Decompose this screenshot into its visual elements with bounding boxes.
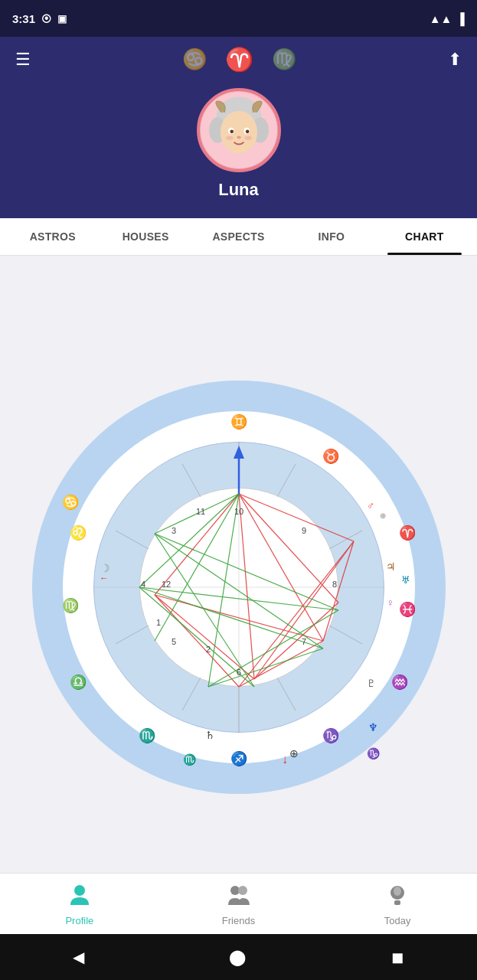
nav-friends[interactable]: Friends bbox=[159, 882, 319, 926]
svg-line-26 bbox=[239, 494, 323, 641]
svg-point-11 bbox=[244, 136, 251, 140]
svg-text:♍: ♍ bbox=[62, 597, 80, 614]
tab-aspects[interactable]: ASPECTS bbox=[192, 218, 285, 255]
svg-text:♅: ♅ bbox=[401, 574, 410, 586]
svg-point-8 bbox=[245, 130, 249, 134]
tab-astros[interactable]: ASTROS bbox=[6, 218, 99, 255]
svg-text:⊕: ⊕ bbox=[380, 511, 386, 520]
svg-text:⊕: ⊕ bbox=[289, 747, 299, 760]
svg-line-38 bbox=[139, 494, 239, 587]
bottom-navigation: Profile Friends Today bbox=[0, 873, 477, 934]
svg-text:♆: ♆ bbox=[368, 721, 377, 733]
svg-point-91 bbox=[238, 886, 247, 895]
svg-point-9 bbox=[237, 136, 241, 139]
svg-line-17 bbox=[277, 678, 296, 710]
status-icons: ▲▲ ▐ bbox=[430, 12, 465, 25]
profile-name: Luna bbox=[218, 180, 259, 200]
svg-text:7: 7 bbox=[301, 637, 305, 646]
nav-profile[interactable]: Profile bbox=[0, 882, 159, 926]
svg-text:♉: ♉ bbox=[322, 448, 340, 465]
svg-text:5: 5 bbox=[171, 637, 175, 646]
friends-nav-icon bbox=[227, 882, 251, 912]
svg-text:8: 8 bbox=[332, 580, 336, 589]
svg-text:12: 12 bbox=[161, 580, 170, 589]
svg-line-30 bbox=[239, 541, 354, 687]
zodiac-aries: ♈ bbox=[225, 46, 253, 73]
svg-text:♌: ♌ bbox=[70, 524, 87, 541]
status-time-area: 3:31 ⦿ ▣ bbox=[12, 12, 67, 25]
svg-text:♊: ♊ bbox=[230, 413, 248, 430]
svg-text:♂: ♂ bbox=[367, 500, 374, 511]
today-nav-label: Today bbox=[384, 915, 411, 926]
svg-rect-94 bbox=[394, 900, 400, 905]
svg-line-20 bbox=[116, 626, 149, 644]
svg-line-34 bbox=[155, 595, 254, 679]
notification-icon: ⦿ bbox=[41, 13, 51, 24]
svg-text:♐: ♐ bbox=[230, 750, 248, 767]
profile-nav-label: Profile bbox=[65, 915, 93, 926]
avatar-section: Luna bbox=[0, 88, 477, 200]
chart-area: 10 9 8 7 6 5 4 3 11 12 2 1 ♊ ♉ ♈ ♓ ♒ ♑ bbox=[0, 256, 477, 918]
svg-line-22 bbox=[182, 678, 201, 710]
svg-line-23 bbox=[277, 464, 296, 497]
back-button[interactable]: ◀ bbox=[73, 948, 84, 966]
time-display: 3:31 bbox=[12, 12, 35, 25]
svg-point-4 bbox=[220, 111, 256, 154]
svg-text:♎: ♎ bbox=[70, 674, 87, 691]
wifi-icon: ▲▲ bbox=[430, 12, 452, 25]
svg-text:♄: ♄ bbox=[204, 729, 214, 741]
status-bar: 3:31 ⦿ ▣ ▲▲ ▐ bbox=[0, 0, 477, 37]
svg-text:♑: ♑ bbox=[366, 747, 380, 760]
svg-text:♀: ♀ bbox=[386, 596, 394, 609]
share-button[interactable]: ⬆ bbox=[448, 50, 462, 70]
svg-text:♃: ♃ bbox=[385, 560, 395, 573]
svg-line-18 bbox=[116, 531, 149, 549]
home-button[interactable]: ⬤ bbox=[229, 948, 246, 966]
nav-today[interactable]: Today bbox=[318, 882, 477, 926]
svg-text:♏: ♏ bbox=[182, 753, 196, 766]
svg-line-24 bbox=[239, 494, 354, 541]
svg-text:♈: ♈ bbox=[399, 524, 417, 541]
svg-text:11: 11 bbox=[195, 507, 204, 516]
svg-line-28 bbox=[254, 541, 354, 679]
svg-line-45 bbox=[139, 587, 323, 648]
tabs-bar: ASTROS HOUSES ASPECTS INFO CHART bbox=[0, 218, 477, 256]
tab-houses[interactable]: HOUSES bbox=[99, 218, 191, 255]
svg-text:2: 2 bbox=[205, 645, 210, 654]
astrology-chart: 10 9 8 7 6 5 4 3 11 12 2 1 ♊ ♉ ♈ ♓ ♒ ♑ bbox=[32, 381, 446, 794]
friends-nav-label: Friends bbox=[222, 915, 255, 926]
zodiac-virgo: ♍ bbox=[272, 47, 296, 71]
svg-line-41 bbox=[155, 534, 254, 687]
svg-point-93 bbox=[394, 887, 401, 896]
svg-line-27 bbox=[239, 494, 254, 679]
svg-text:10: 10 bbox=[234, 507, 243, 516]
svg-line-16 bbox=[182, 464, 201, 497]
system-nav-bar: ◀ ⬤ ◼ bbox=[0, 934, 477, 980]
svg-line-47 bbox=[208, 610, 338, 687]
svg-text:♓: ♓ bbox=[399, 601, 417, 618]
zodiac-signs-nav: ♋ ♈ ♍ bbox=[182, 46, 296, 73]
header-nav: ☰ ♋ ♈ ♍ ⬆ bbox=[0, 37, 477, 82]
tab-chart[interactable]: CHART bbox=[378, 218, 471, 255]
menu-button[interactable]: ☰ bbox=[15, 50, 31, 70]
svg-text:♇: ♇ bbox=[367, 678, 376, 689]
svg-text:←: ← bbox=[100, 573, 109, 583]
today-nav-icon bbox=[385, 882, 410, 912]
svg-marker-50 bbox=[234, 446, 244, 459]
zodiac-cancer: ♋ bbox=[182, 47, 207, 71]
svg-text:3: 3 bbox=[171, 526, 175, 535]
svg-text:♋: ♋ bbox=[62, 494, 80, 511]
avatar bbox=[197, 88, 281, 172]
svg-text:♑: ♑ bbox=[322, 727, 340, 744]
svg-text:4: 4 bbox=[140, 580, 145, 589]
svg-text:9: 9 bbox=[301, 526, 305, 535]
svg-point-89 bbox=[74, 885, 85, 896]
svg-point-7 bbox=[230, 130, 234, 134]
tab-info[interactable]: INFO bbox=[285, 218, 377, 255]
svg-text:↓: ↓ bbox=[282, 753, 288, 766]
chart-svg: 10 9 8 7 6 5 4 3 11 12 2 1 ♊ ♉ ♈ ♓ ♒ ♑ bbox=[32, 381, 446, 794]
svg-text:♏: ♏ bbox=[139, 727, 156, 744]
svg-line-40 bbox=[208, 494, 239, 687]
svg-line-31 bbox=[155, 595, 239, 687]
recents-button[interactable]: ◼ bbox=[391, 948, 404, 966]
